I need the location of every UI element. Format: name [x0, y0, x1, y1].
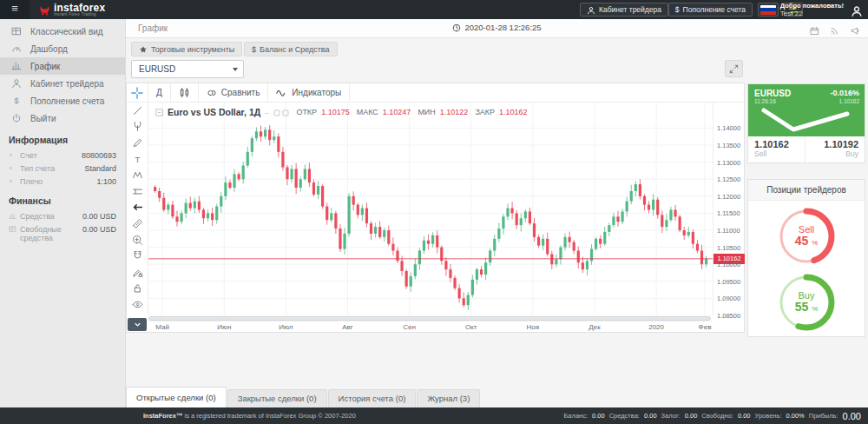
wave-icon [276, 87, 287, 98]
row-value: 80800693 [82, 151, 116, 160]
chart-bottom-strip: МайИюнИюлАвгСенОктНояДек2020Фев [127, 315, 744, 333]
tab-закрытые-сделки-0-[interactable]: Закрытые сделки (0) [227, 389, 327, 407]
gauge-percent: 45 % [795, 235, 819, 248]
svg-text:$: $ [14, 97, 18, 106]
quote-symbol: EURUSD [754, 89, 791, 98]
price-axis[interactable]: 1.10162 1.140001.135001.130001.125001.12… [713, 103, 744, 315]
position-tool-icon[interactable] [127, 183, 148, 200]
hamburger-menu-icon[interactable]: ≡ [0, 0, 30, 19]
trader-positions-card: Позиции трейдеров Sell45 %Buy55 % [748, 180, 865, 336]
price-tick-label: 1.09000 [717, 295, 740, 302]
price-tick-label: 1.14000 [717, 124, 740, 132]
zoom-in-tool-icon[interactable] [127, 232, 148, 248]
row-label: Плечо [20, 177, 96, 186]
draw-lock-tool-icon[interactable] [127, 264, 148, 281]
grid-icon [10, 26, 23, 36]
balance-funds-button[interactable]: $Баланс и Средства [244, 42, 338, 56]
finance-rows: Средства0.00 USDСвободные средства0.00 U… [9, 209, 116, 244]
deposit-button[interactable]: $Пополнение счета [668, 3, 753, 17]
bars-icon [10, 61, 23, 71]
buy-price: 1.10192 [806, 136, 865, 149]
stat-value: 0.00% [786, 412, 804, 420]
page-bar: График 2020-01-28 12:26:25 [126, 19, 868, 38]
sidebar-item-dollar[interactable]: $Пополнение счета [0, 92, 125, 109]
sidebar-item-person[interactable]: Кабинет трейдера [0, 75, 125, 92]
megaphone-icon[interactable] [851, 23, 860, 38]
tab-история-счета-0-[interactable]: История счета (0) [328, 389, 417, 407]
positions-gauges: Sell45 %Buy55 % [748, 206, 865, 333]
logo-text: instaforex [54, 3, 105, 12]
power-icon [10, 113, 23, 123]
symbol-select[interactable]: EURUSD [131, 60, 244, 78]
calendar-icon[interactable] [810, 23, 819, 38]
ruler-tool-icon[interactable] [127, 215, 148, 232]
text-tool-icon[interactable]: T [127, 151, 148, 168]
interval-button[interactable]: Д [148, 83, 171, 102]
chart-legend: Euro vs US Dollar, 1Д – ОТКР 1.10175 МАК… [155, 107, 528, 117]
star-icon [139, 44, 148, 54]
sell-price: 1.10162 [748, 136, 805, 149]
lock-tool-icon[interactable] [127, 281, 148, 297]
fork-tool-icon[interactable] [127, 119, 148, 136]
close-value: 1.10162 [499, 108, 528, 116]
sell-quote-button[interactable]: 1.10162 Sell [748, 136, 806, 162]
rss-icon[interactable] [830, 23, 839, 38]
price-tick-label: 1.12500 [717, 176, 740, 183]
sidebar-item-grid[interactable]: Классический вид [0, 23, 125, 40]
time-tick-label: Июн [217, 323, 231, 331]
instaforex-logo[interactable]: instaforex Instant Forex Trading [38, 2, 105, 17]
candle-style-button[interactable] [171, 83, 199, 102]
magnet-tool-icon[interactable] [127, 248, 148, 264]
buy-quote-button[interactable]: 1.10192 Buy [806, 136, 865, 162]
quote-header: EURUSD 11:26:16 -0.016% 1.10162 [748, 84, 865, 136]
brush-tool-icon[interactable] [127, 135, 148, 151]
compare-button[interactable]: Сравнить [199, 83, 269, 102]
pattern-tool-icon[interactable] [127, 167, 148, 183]
indicators-button[interactable]: Индикаторы [268, 83, 350, 102]
price-tick-label: 1.09500 [717, 277, 740, 285]
tab-открытые-сделки-0-[interactable]: Открытые сделки (0) [126, 387, 227, 407]
quote-time: 11:26:16 [754, 98, 776, 104]
crosshair-tool-button[interactable] [127, 83, 148, 102]
time-tick-label: Июл [279, 323, 293, 331]
welcome-text: Добро пожаловать! [780, 2, 844, 10]
sidebar-item-label: Выйти [30, 114, 56, 123]
arrow-left-tool-icon[interactable] [127, 200, 148, 216]
open-label: ОТКР [296, 108, 317, 116]
sidebar-item-gauge[interactable]: Дашборд [0, 40, 125, 57]
row-value: 1:100 [96, 177, 116, 186]
low-value: 1.10122 [440, 108, 469, 116]
sidebar-item-label: Дашборд [30, 44, 68, 54]
trading-instruments-button[interactable]: Торговые инструменты [131, 42, 242, 56]
trend-line-tool-icon[interactable] [127, 103, 148, 119]
language-flag-button[interactable] [758, 3, 779, 17]
time-tick-label: Фев [699, 323, 712, 331]
sidebar-item-label: Кабинет трейдера [30, 79, 104, 89]
clock-icon [452, 23, 461, 32]
sidebar-data-row: »Плечо1:100 [9, 175, 116, 188]
dollar-icon: $ [10, 96, 23, 106]
svg-text:T: T [135, 155, 140, 164]
double-chevron-icon: » [9, 164, 20, 172]
sidebar-item-power[interactable]: Выйти [0, 109, 125, 127]
gauge-percent: 55 % [795, 301, 819, 315]
candlestick-chart[interactable] [148, 103, 713, 315]
sidebar-item-bars[interactable]: График [0, 57, 125, 75]
stat-value: 0.00 [592, 412, 605, 420]
fullscreen-expand-button[interactable] [725, 60, 743, 77]
tab-журнал-3-[interactable]: Журнал (3) [417, 389, 480, 407]
user-avatar-icon[interactable] [851, 3, 863, 18]
collapse-legend-icon[interactable] [155, 108, 163, 117]
time-tick-label: Авг [342, 323, 353, 331]
row-label: Средства [20, 212, 82, 221]
action-button-row: Торговые инструменты $Баланс и Средства [126, 38, 868, 59]
time-tick-label: 2020 [648, 323, 664, 331]
chart-plot-area[interactable] [148, 103, 713, 315]
quote-card[interactable]: EURUSD 11:26:16 -0.016% 1.10162 1.10162 … [748, 84, 865, 162]
eye-tool-icon[interactable] [127, 296, 148, 313]
legend-settings-icon[interactable] [273, 108, 290, 117]
sidebar-item-label: Классический вид [30, 27, 103, 36]
time-axis[interactable]: МайИюнИюлАвгСенОктНояДек2020Фев [148, 321, 713, 333]
trader-cabinet-button[interactable]: Кабинет трейдера [580, 3, 668, 17]
compare-icon [207, 87, 217, 97]
